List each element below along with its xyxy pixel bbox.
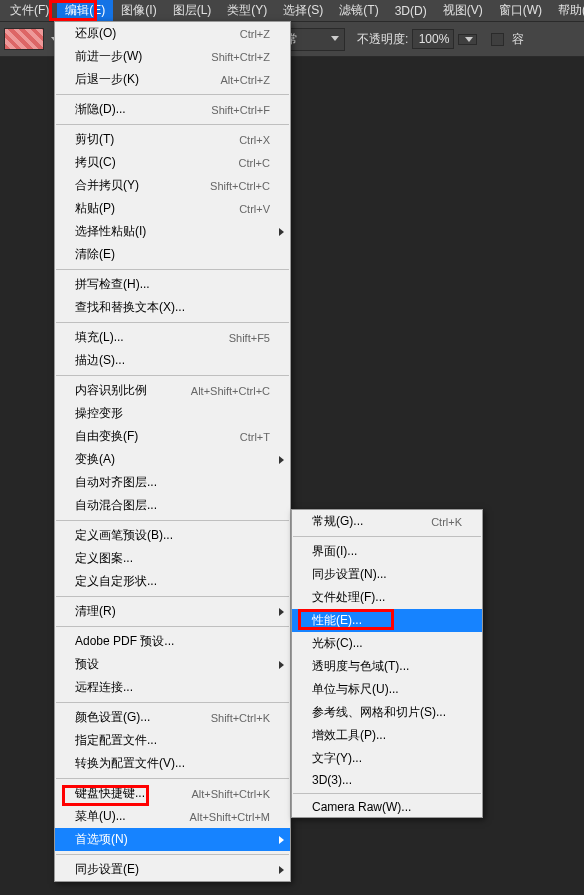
menu-item[interactable]: 前进一步(W)Shift+Ctrl+Z: [55, 45, 290, 68]
menubar-item[interactable]: 图层(L): [165, 0, 220, 22]
menu-separator: [56, 626, 289, 627]
menu-item[interactable]: 内容识别比例Alt+Shift+Ctrl+C: [55, 379, 290, 402]
menu-item[interactable]: 性能(E)...: [292, 609, 482, 632]
menu-item-label: 清理(R): [75, 603, 116, 620]
menu-item[interactable]: 远程连接...: [55, 676, 290, 699]
menu-item-label: Camera Raw(W)...: [312, 800, 411, 814]
menubar-item[interactable]: 选择(S): [275, 0, 331, 22]
menu-item[interactable]: 变换(A): [55, 448, 290, 471]
menu-item-shortcut: Shift+Ctrl+C: [210, 180, 270, 192]
menu-item[interactable]: 透明度与色域(T)...: [292, 655, 482, 678]
menu-item[interactable]: 清除(E): [55, 243, 290, 266]
menu-item-label: 光标(C)...: [312, 635, 363, 652]
menu-item-shortcut: Ctrl+Z: [240, 28, 270, 40]
menu-item-label: 3D(3)...: [312, 773, 352, 787]
menu-item[interactable]: 清理(R): [55, 600, 290, 623]
menu-item-shortcut: Alt+Shift+Ctrl+K: [191, 788, 270, 800]
menubar-item[interactable]: 类型(Y): [219, 0, 275, 22]
menu-item-shortcut: Alt+Shift+Ctrl+M: [190, 811, 270, 823]
menu-item[interactable]: 菜单(U)...Alt+Shift+Ctrl+M: [55, 805, 290, 828]
menu-item-label: 剪切(T): [75, 131, 114, 148]
menubar-item[interactable]: 帮助(H: [550, 0, 584, 22]
menu-item-label: 填充(L)...: [75, 329, 124, 346]
menu-item[interactable]: 3D(3)...: [292, 770, 482, 790]
menu-item[interactable]: 颜色设置(G)...Shift+Ctrl+K: [55, 706, 290, 729]
menubar-item[interactable]: 窗口(W): [491, 0, 550, 22]
menu-item[interactable]: 查找和替换文本(X)...: [55, 296, 290, 319]
menu-item-label: 还原(O): [75, 25, 116, 42]
menu-item[interactable]: 自动混合图层...: [55, 494, 290, 517]
menu-item-label: 文件处理(F)...: [312, 589, 385, 606]
menubar-item[interactable]: 编辑(E): [57, 0, 113, 22]
menu-item[interactable]: 光标(C)...: [292, 632, 482, 655]
menu-item-shortcut: Shift+Ctrl+K: [211, 712, 270, 724]
menu-item-label: 键盘快捷键...: [75, 785, 145, 802]
menu-item-shortcut: Ctrl+V: [239, 203, 270, 215]
menu-separator: [56, 375, 289, 376]
menu-item-label: 清除(E): [75, 246, 115, 263]
menu-item[interactable]: 定义图案...: [55, 547, 290, 570]
menu-item[interactable]: 同步设置(E): [55, 858, 290, 881]
menu-item[interactable]: 单位与标尺(U)...: [292, 678, 482, 701]
menu-item[interactable]: 粘贴(P)Ctrl+V: [55, 197, 290, 220]
menu-item[interactable]: 参考线、网格和切片(S)...: [292, 701, 482, 724]
opacity-input[interactable]: 100%: [412, 29, 454, 49]
menu-item[interactable]: 后退一步(K)Alt+Ctrl+Z: [55, 68, 290, 91]
menu-separator: [56, 854, 289, 855]
menu-item[interactable]: 预设: [55, 653, 290, 676]
menu-separator: [56, 94, 289, 95]
flow-checkbox[interactable]: [491, 33, 504, 46]
menu-item-label: 粘贴(P): [75, 200, 115, 217]
menu-item[interactable]: 操控变形: [55, 402, 290, 425]
menubar-item[interactable]: 3D(D): [387, 1, 435, 21]
menu-item[interactable]: Adobe PDF 预设...: [55, 630, 290, 653]
menu-separator: [293, 536, 481, 537]
menu-item-label: 同步设置(E): [75, 861, 139, 878]
menu-item[interactable]: 键盘快捷键...Alt+Shift+Ctrl+K: [55, 782, 290, 805]
menu-item-label: 指定配置文件...: [75, 732, 157, 749]
menu-item[interactable]: 定义自定形状...: [55, 570, 290, 593]
menu-item[interactable]: 定义画笔预设(B)...: [55, 524, 290, 547]
menu-item-label: 自由变换(F): [75, 428, 138, 445]
menu-item[interactable]: 描边(S)...: [55, 349, 290, 372]
menubar-item[interactable]: 视图(V): [435, 0, 491, 22]
menu-item[interactable]: 自由变换(F)Ctrl+T: [55, 425, 290, 448]
menu-item[interactable]: 转换为配置文件(V)...: [55, 752, 290, 775]
menu-item[interactable]: 拷贝(C)Ctrl+C: [55, 151, 290, 174]
menu-item[interactable]: 填充(L)...Shift+F5: [55, 326, 290, 349]
menu-item-shortcut: Ctrl+K: [431, 516, 462, 528]
menu-item-label: 远程连接...: [75, 679, 133, 696]
menubar-item[interactable]: 图像(I): [113, 0, 164, 22]
pattern-swatch[interactable]: [4, 28, 44, 50]
menu-item[interactable]: 还原(O)Ctrl+Z: [55, 22, 290, 45]
menubar-item[interactable]: 滤镜(T): [331, 0, 386, 22]
menu-item[interactable]: 合并拷贝(Y)Shift+Ctrl+C: [55, 174, 290, 197]
menu-item[interactable]: 剪切(T)Ctrl+X: [55, 128, 290, 151]
menu-item[interactable]: 同步设置(N)...: [292, 563, 482, 586]
menu-item[interactable]: 指定配置文件...: [55, 729, 290, 752]
menu-item-shortcut: Shift+F5: [229, 332, 270, 344]
menu-item[interactable]: 选择性粘贴(I): [55, 220, 290, 243]
menu-item[interactable]: 界面(I)...: [292, 540, 482, 563]
menu-item[interactable]: 常规(G)...Ctrl+K: [292, 510, 482, 533]
menu-item-label: 界面(I)...: [312, 543, 357, 560]
menu-item[interactable]: 增效工具(P)...: [292, 724, 482, 747]
menu-item-label: 常规(G)...: [312, 513, 363, 530]
menu-item[interactable]: 拼写检查(H)...: [55, 273, 290, 296]
menu-separator: [56, 124, 289, 125]
menu-item[interactable]: 文件处理(F)...: [292, 586, 482, 609]
menubar-item[interactable]: 文件(F): [2, 0, 57, 22]
menu-item-label: 定义自定形状...: [75, 573, 157, 590]
menu-item[interactable]: 渐隐(D)...Shift+Ctrl+F: [55, 98, 290, 121]
menu-item-label: 性能(E)...: [312, 612, 362, 629]
edit-menu: 还原(O)Ctrl+Z前进一步(W)Shift+Ctrl+Z后退一步(K)Alt…: [54, 21, 291, 882]
menu-item[interactable]: 自动对齐图层...: [55, 471, 290, 494]
chevron-down-icon: [465, 37, 473, 42]
opacity-dropdown[interactable]: [458, 34, 477, 45]
menubar: 文件(F)编辑(E)图像(I)图层(L)类型(Y)选择(S)滤镜(T)3D(D)…: [0, 0, 584, 21]
menu-item[interactable]: 首选项(N): [55, 828, 290, 851]
menu-separator: [293, 793, 481, 794]
menu-item[interactable]: Camera Raw(W)...: [292, 797, 482, 817]
menu-item-shortcut: Alt+Ctrl+Z: [220, 74, 270, 86]
menu-item[interactable]: 文字(Y)...: [292, 747, 482, 770]
